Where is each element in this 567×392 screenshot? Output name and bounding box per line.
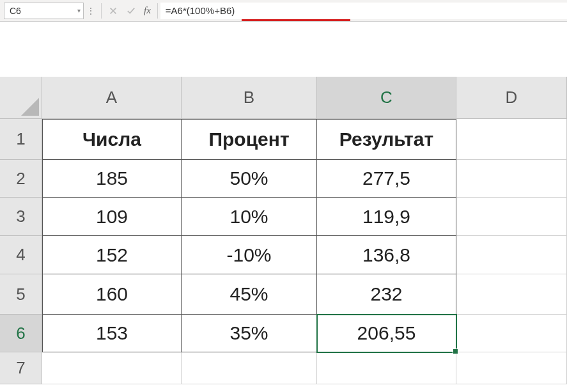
- cell-B4[interactable]: -10%: [182, 236, 317, 274]
- row-header-4[interactable]: 4: [0, 236, 42, 274]
- table-row: 109 10% 119,9: [42, 198, 567, 236]
- cell-D3[interactable]: [456, 198, 567, 236]
- cell-B6[interactable]: 35%: [182, 315, 317, 352]
- cell-C7[interactable]: [317, 352, 456, 384]
- row-header-2[interactable]: 2: [0, 160, 42, 198]
- table-row: 185 50% 277,5: [42, 160, 567, 198]
- cell-D5[interactable]: [456, 274, 567, 315]
- table-row: 153 35% 206,55: [42, 315, 567, 352]
- cell-A7[interactable]: [42, 352, 182, 384]
- chevron-down-icon[interactable]: ▾: [77, 7, 81, 14]
- cell-D7[interactable]: [456, 352, 567, 384]
- cell-D2[interactable]: [456, 160, 567, 198]
- name-box[interactable]: C6 ▾: [4, 3, 84, 19]
- cell-B1[interactable]: Процент: [182, 119, 317, 160]
- cell-D4[interactable]: [456, 236, 567, 274]
- cell-B5[interactable]: 45%: [182, 274, 317, 315]
- cell-A3[interactable]: 109: [42, 198, 182, 236]
- name-box-value: C6: [10, 6, 21, 16]
- cell-A4[interactable]: 152: [42, 236, 182, 274]
- formula-bar: C6 ▾ ⋮ fx: [0, 0, 567, 22]
- col-header-C[interactable]: C: [317, 77, 456, 119]
- col-header-A[interactable]: A: [42, 77, 182, 119]
- table-row: 152 -10% 136,8: [42, 236, 567, 274]
- row-header-1[interactable]: 1: [0, 119, 42, 160]
- x-icon: [109, 6, 118, 15]
- cell-C3[interactable]: 119,9: [317, 198, 456, 236]
- column-headers: A B C D: [42, 77, 567, 119]
- row-header-6[interactable]: 6: [0, 315, 42, 352]
- cell-C4[interactable]: 136,8: [317, 236, 456, 274]
- cell-B2[interactable]: 50%: [182, 160, 317, 198]
- table-row: Числа Процент Результат: [42, 119, 567, 160]
- cell-C2[interactable]: 277,5: [317, 160, 456, 198]
- accept-formula-button[interactable]: [122, 3, 140, 19]
- cancel-formula-button[interactable]: [104, 3, 122, 19]
- row-header-3[interactable]: 3: [0, 198, 42, 236]
- table-row: 160 45% 232: [42, 274, 567, 315]
- fx-label[interactable]: fx: [140, 5, 155, 16]
- select-all-corner[interactable]: [0, 77, 42, 119]
- cell-A5[interactable]: 160: [42, 274, 182, 315]
- row-header-7[interactable]: 7: [0, 352, 42, 384]
- cell-C5[interactable]: 232: [317, 274, 456, 315]
- formula-highlight: [242, 19, 350, 21]
- col-header-D[interactable]: D: [456, 77, 567, 119]
- cell-D6[interactable]: [456, 315, 567, 352]
- table-row: [42, 352, 567, 384]
- drag-dots-icon[interactable]: ⋮: [84, 6, 98, 16]
- col-header-B[interactable]: B: [182, 77, 317, 119]
- cell-C1[interactable]: Результат: [317, 119, 456, 160]
- cell-C6[interactable]: 206,55: [317, 315, 456, 352]
- row-headers: 1 2 3 4 5 6 7: [0, 119, 42, 384]
- cell-A6[interactable]: 153: [42, 315, 182, 352]
- formula-input[interactable]: [160, 3, 567, 19]
- cells-area: Числа Процент Результат 185 50% 277,5 10…: [42, 119, 567, 384]
- cell-D1[interactable]: [456, 119, 567, 160]
- divider: [101, 3, 102, 19]
- divider: [157, 3, 158, 19]
- cell-B3[interactable]: 10%: [182, 198, 317, 236]
- cell-B7[interactable]: [182, 352, 317, 384]
- cell-A1[interactable]: Числа: [42, 119, 182, 160]
- row-header-5[interactable]: 5: [0, 274, 42, 315]
- cell-A2[interactable]: 185: [42, 160, 182, 198]
- check-icon: [127, 6, 136, 15]
